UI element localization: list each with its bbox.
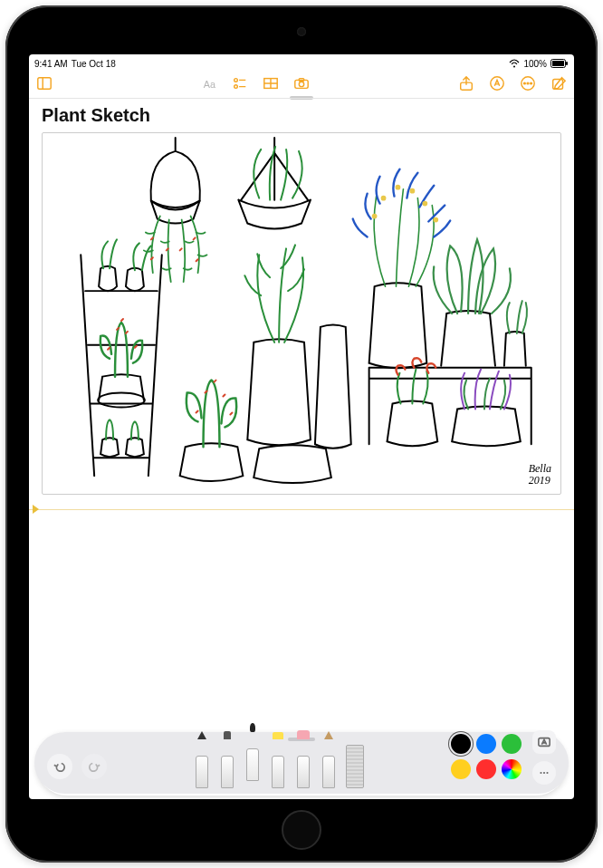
more-icon[interactable] [520, 75, 536, 92]
color-picker-icon[interactable] [502, 759, 522, 779]
svg-text:Aa: Aa [204, 79, 215, 90]
checklist-icon[interactable] [232, 75, 248, 92]
table-icon[interactable] [263, 75, 279, 92]
status-date: Tue Oct 18 [72, 59, 116, 69]
svg-point-33 [543, 772, 545, 774]
share-icon[interactable] [458, 75, 474, 92]
text-box-tool-icon[interactable] [532, 730, 556, 754]
svg-point-24 [98, 393, 145, 408]
svg-rect-2 [552, 61, 564, 66]
note-title[interactable]: Plant Sketch [42, 105, 150, 126]
undo-button[interactable] [47, 754, 72, 779]
signature-name: Bella [529, 463, 551, 475]
battery-icon [550, 59, 569, 68]
swatch-green[interactable] [502, 734, 522, 754]
ruler-tool[interactable] [346, 745, 364, 788]
brush-tool[interactable] [244, 732, 261, 781]
palette-more-icon[interactable] [532, 761, 556, 785]
svg-point-22 [531, 82, 532, 84]
svg-rect-4 [38, 78, 51, 90]
signature-year: 2019 [529, 475, 551, 487]
swatch-red[interactable] [476, 759, 496, 779]
screen: 9:41 AM Tue Oct 18 100% [29, 54, 574, 799]
svg-point-20 [524, 82, 526, 84]
sketch-canvas[interactable]: Bella 2019 [42, 132, 561, 495]
status-bar: 9:41 AM Tue Oct 18 100% [29, 54, 574, 71]
svg-point-30 [435, 218, 437, 221]
color-swatches [451, 734, 522, 779]
home-button[interactable] [282, 810, 321, 850]
insertion-line [29, 509, 574, 510]
front-camera [297, 27, 306, 36]
svg-point-25 [373, 215, 376, 217]
notes-toolbar: Aa [29, 71, 574, 96]
svg-point-0 [513, 66, 515, 68]
text-format-icon[interactable]: Aa [201, 75, 217, 92]
toolbar-divider [29, 98, 574, 99]
svg-point-34 [546, 772, 548, 774]
svg-point-32 [540, 772, 541, 774]
pencil-tool[interactable] [321, 739, 337, 788]
redo-button[interactable] [81, 754, 107, 779]
swatch-yellow[interactable] [451, 759, 471, 779]
sketch-signature: Bella 2019 [529, 463, 551, 487]
camera-icon[interactable] [293, 75, 310, 92]
drawing-palette [34, 732, 569, 794]
swatch-black[interactable] [451, 734, 471, 754]
status-time: 9:41 AM [34, 59, 68, 69]
wifi-icon [509, 59, 520, 68]
battery-pct: 100% [523, 59, 547, 69]
svg-point-27 [397, 186, 399, 188]
markup-mode-icon[interactable] [489, 75, 505, 92]
svg-point-28 [411, 189, 414, 192]
highlighter-tool[interactable] [270, 739, 286, 788]
compose-icon[interactable] [550, 75, 567, 92]
ipad-frame: 9:41 AM Tue Oct 18 100% [5, 5, 598, 863]
svg-point-7 [234, 79, 238, 82]
svg-point-26 [382, 197, 385, 199]
svg-point-29 [424, 202, 426, 205]
svg-point-21 [527, 82, 529, 84]
swatch-blue[interactable] [476, 734, 496, 754]
svg-rect-3 [566, 62, 568, 65]
insertion-caret-icon[interactable] [33, 505, 39, 514]
svg-point-15 [299, 82, 303, 86]
marker-tool[interactable] [219, 739, 235, 788]
pen-tool[interactable] [194, 739, 210, 788]
sidebar-toggle-icon[interactable] [36, 75, 53, 92]
svg-point-9 [234, 85, 238, 89]
eraser-tool[interactable] [295, 739, 311, 788]
